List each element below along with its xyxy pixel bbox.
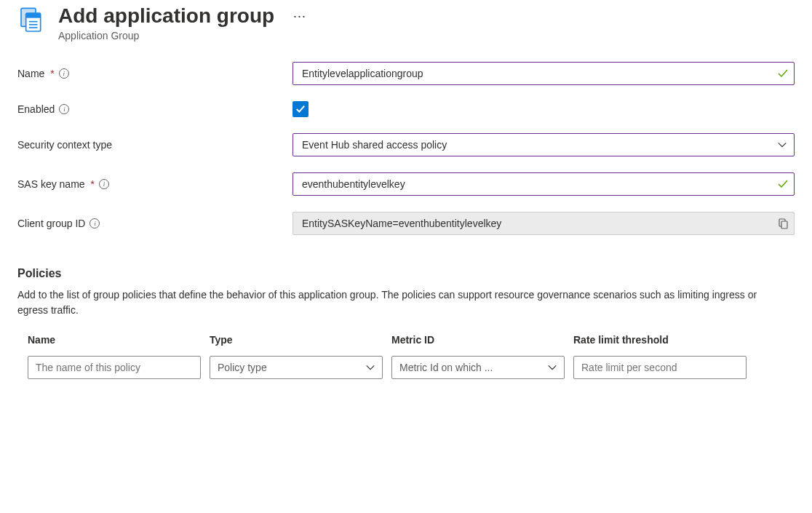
sas-key-name-label: SAS key name: [17, 178, 85, 190]
page-title: Add application group: [58, 3, 274, 28]
policies-heading: Policies: [17, 267, 795, 280]
name-input[interactable]: [292, 62, 795, 85]
policy-type-select[interactable]: Policy type: [210, 356, 383, 379]
info-icon[interactable]: [59, 104, 69, 114]
svg-rect-2: [26, 13, 41, 18]
more-actions-button[interactable]: ···: [293, 9, 306, 24]
copy-icon[interactable]: [777, 218, 789, 229]
policy-metric-placeholder: Metric Id on which ...: [399, 362, 493, 373]
policy-metric-select[interactable]: Metric Id on which ...: [391, 356, 565, 379]
client-group-id-input[interactable]: [292, 212, 795, 235]
info-icon[interactable]: [99, 179, 109, 189]
policy-rate-input[interactable]: [573, 356, 747, 379]
svg-rect-7: [781, 221, 787, 228]
enabled-checkbox[interactable]: [292, 101, 309, 117]
security-context-type-value: Event Hub shared access policy: [302, 139, 447, 151]
policies-table-header: Name Type Metric ID Rate limit threshold: [28, 334, 763, 346]
check-icon: [777, 178, 789, 190]
policy-type-placeholder: Policy type: [218, 362, 267, 373]
checkmark-icon: [295, 104, 306, 114]
info-icon[interactable]: [59, 68, 69, 79]
field-row-sas-key-name: SAS key name *: [17, 172, 795, 196]
table-row: Policy type Metric Id on which ...: [28, 356, 763, 379]
policy-name-input[interactable]: [28, 356, 201, 379]
security-context-type-label: Security context type: [17, 139, 112, 151]
client-group-id-label: Client group ID: [17, 218, 85, 229]
info-icon[interactable]: [89, 218, 100, 228]
page-subtitle: Application Group: [58, 30, 274, 41]
enabled-label: Enabled: [17, 103, 55, 115]
column-header-metric-id: Metric ID: [391, 334, 565, 346]
policies-table: Name Type Metric ID Rate limit threshold…: [28, 334, 763, 379]
column-header-name: Name: [28, 334, 201, 346]
security-context-type-select[interactable]: Event Hub shared access policy: [292, 133, 795, 156]
check-icon: [777, 68, 789, 79]
field-row-name: Name *: [17, 62, 795, 85]
name-label: Name: [17, 68, 44, 79]
policies-description: Add to the list of group policies that d…: [17, 287, 774, 318]
field-row-security-context-type: Security context type Event Hub shared a…: [17, 133, 795, 156]
sas-key-name-input[interactable]: [292, 172, 795, 196]
required-marker: *: [50, 68, 54, 79]
required-marker: *: [91, 178, 95, 190]
page-header: Add application group Application Group …: [17, 3, 795, 41]
column-header-type: Type: [210, 334, 383, 346]
field-row-enabled: Enabled: [17, 101, 795, 117]
application-group-icon: [17, 6, 47, 35]
field-row-client-group-id: Client group ID: [17, 212, 795, 235]
column-header-rate: Rate limit threshold: [573, 334, 747, 346]
